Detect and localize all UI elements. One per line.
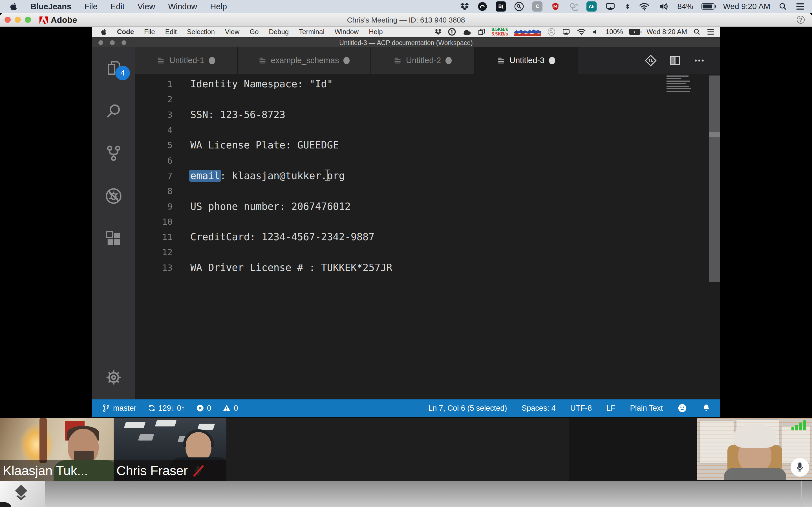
encoding-indicator[interactable]: UTF-8: [570, 404, 592, 413]
code-line: 13WA Driver License # : TUKKEK*257JR: [135, 260, 703, 275]
shared-battery-percent: 100%: [606, 28, 623, 36]
menu-app-name[interactable]: BlueJeans: [31, 2, 71, 11]
menu-item-help[interactable]: Help: [210, 2, 227, 11]
shared-menu-debug[interactable]: Debug: [269, 28, 289, 36]
code-editor[interactable]: 1Identity Namespace: "Id" 2 3SSN: 123-56…: [135, 74, 720, 399]
shared-menu-terminal[interactable]: Terminal: [299, 28, 324, 36]
code-content[interactable]: 1Identity Namespace: "Id" 2 3SSN: 123-56…: [135, 76, 703, 275]
participant-video-klaasjan[interactable]: Klaasjan Tuk...: [0, 418, 114, 481]
errors-indicator[interactable]: 0: [196, 404, 211, 413]
extensions-icon[interactable]: [92, 223, 135, 255]
code-line: 1Identity Namespace: "Id": [135, 76, 703, 92]
menu-item-edit[interactable]: Edit: [110, 2, 124, 11]
layers-stack-icon[interactable]: [13, 485, 29, 503]
shared-apple-menu-icon[interactable]: [101, 29, 107, 35]
shared-spotlight-icon[interactable]: [693, 28, 701, 36]
shared-menu-view[interactable]: View: [225, 28, 240, 36]
meeting-window-titlebar[interactable]: Adobe Chris's Meeting — ID: 613 940 3808…: [0, 13, 812, 27]
volume-icon[interactable]: [658, 2, 669, 11]
spiral-icon[interactable]: [568, 2, 578, 11]
file-lines-icon: [157, 57, 165, 64]
tab-untitled-1[interactable]: Untitled-1: [135, 47, 238, 74]
notifications-bell-icon[interactable]: [702, 403, 711, 413]
unsaved-dot-icon[interactable]: [209, 57, 215, 64]
open-changes-icon[interactable]: [645, 55, 657, 66]
code-line: 4: [135, 122, 703, 137]
tab-example-schemas[interactable]: example_schemas: [238, 47, 371, 74]
circled-info-icon[interactable]: [448, 28, 456, 36]
code-line: 9US phone number: 2067476012: [135, 199, 703, 214]
citrix-status-icon[interactable]: C: [532, 1, 543, 11]
feedback-smiley-icon[interactable]: [677, 403, 687, 413]
shared-volume-icon[interactable]: [592, 28, 599, 36]
shared-menu-go[interactable]: Go: [250, 28, 259, 36]
menu-item-file[interactable]: File: [84, 2, 98, 11]
indentation-indicator[interactable]: Spaces: 4: [522, 404, 555, 413]
notification-center-icon[interactable]: [796, 3, 805, 10]
more-actions-icon[interactable]: [693, 55, 705, 66]
airplay-display-icon[interactable]: [605, 2, 616, 11]
self-video-thumbnail[interactable]: [697, 418, 812, 480]
code-line: 5WA License Plate: GUEEDGE: [135, 137, 703, 153]
debug-disabled-icon[interactable]: [92, 180, 135, 212]
code-line: 12: [135, 244, 703, 260]
video-filmstrip: Klaasjan Tuk... Chris Fraser: [0, 418, 812, 481]
git-sync-indicator[interactable]: 129↓ 0↑: [148, 404, 185, 413]
shared-menu-help[interactable]: Help: [369, 28, 383, 36]
filmstrip-empty-area: [569, 418, 697, 481]
menu-item-view[interactable]: View: [138, 2, 155, 11]
shared-menu-app-name[interactable]: Code: [117, 28, 134, 36]
cursor-position-indicator[interactable]: Ln 7, Col 6 (5 selected): [428, 404, 507, 413]
search-icon[interactable]: [92, 96, 135, 126]
unsaved-dot-icon[interactable]: [446, 57, 452, 64]
shared-menu-window[interactable]: Window: [335, 28, 359, 36]
source-control-icon[interactable]: [92, 138, 135, 169]
participant-video-chris[interactable]: Chris Fraser: [114, 418, 226, 481]
menu-clock[interactable]: Wed 9:20 AM: [723, 2, 770, 11]
shared-search-ring-icon[interactable]: [548, 28, 555, 36]
shared-desktop: Code File Edit Selection View Go Debug T…: [92, 27, 720, 418]
bluetooth-icon[interactable]: [624, 2, 630, 11]
shared-wifi-icon[interactable]: [577, 28, 586, 36]
minimap[interactable]: [666, 75, 691, 93]
bluejeans-status-icon[interactable]: B(: [496, 1, 506, 11]
split-editor-icon[interactable]: [669, 55, 681, 66]
menu-item-window[interactable]: Window: [168, 2, 197, 11]
shared-menu-clock[interactable]: Wed 8:20 AM: [647, 28, 687, 36]
eol-indicator[interactable]: LF: [606, 404, 615, 413]
search-ring-icon[interactable]: [514, 2, 524, 11]
shared-menu-edit[interactable]: Edit: [165, 28, 177, 36]
dropbox-icon[interactable]: [460, 2, 469, 11]
shared-menu-selection[interactable]: Selection: [187, 28, 215, 36]
shared-airplay-icon[interactable]: [562, 28, 571, 36]
explorer-badge: 4: [115, 66, 130, 80]
help-button[interactable]: ?: [797, 16, 805, 24]
battery-icon: [702, 3, 714, 10]
shared-windows-icon[interactable]: [478, 28, 485, 36]
git-branch-indicator[interactable]: master: [102, 404, 137, 413]
mcafee-shield-icon[interactable]: [551, 2, 560, 11]
editor-scrollbar[interactable]: [709, 75, 720, 282]
settings-gear-icon[interactable]: [92, 362, 135, 393]
spotlight-icon[interactable]: [779, 2, 787, 11]
microphone-active-button[interactable]: [791, 458, 809, 476]
shared-notification-center-icon[interactable]: [707, 29, 715, 35]
unsaved-dot-icon[interactable]: [343, 57, 350, 64]
warnings-indicator[interactable]: 0: [222, 404, 238, 413]
language-mode-indicator[interactable]: Plain Text: [630, 404, 663, 413]
tab-untitled-3-active[interactable]: Untitled-3: [475, 47, 578, 74]
shared-menu-file[interactable]: File: [144, 28, 155, 36]
code-line: 2: [135, 92, 703, 107]
background-lamp: [20, 424, 54, 466]
onedrive-cloud-icon[interactable]: [462, 29, 472, 35]
carbon-black-icon[interactable]: Cb: [587, 1, 597, 11]
unsaved-dot-icon[interactable]: [549, 57, 555, 64]
tab-untitled-2[interactable]: Untitled-2: [371, 47, 475, 74]
wifi-icon[interactable]: [639, 2, 650, 11]
shared-dropbox-icon[interactable]: [435, 29, 442, 35]
apple-menu-icon[interactable]: [10, 2, 17, 11]
creative-cloud-icon[interactable]: [477, 2, 487, 11]
explorer-icon[interactable]: [92, 52, 135, 83]
vscode-titlebar[interactable]: Untitled-3 — ACP documentation (Workspac…: [92, 37, 720, 47]
code-line: 11CreditCard: 1234-4567-2342-9887: [135, 229, 703, 244]
